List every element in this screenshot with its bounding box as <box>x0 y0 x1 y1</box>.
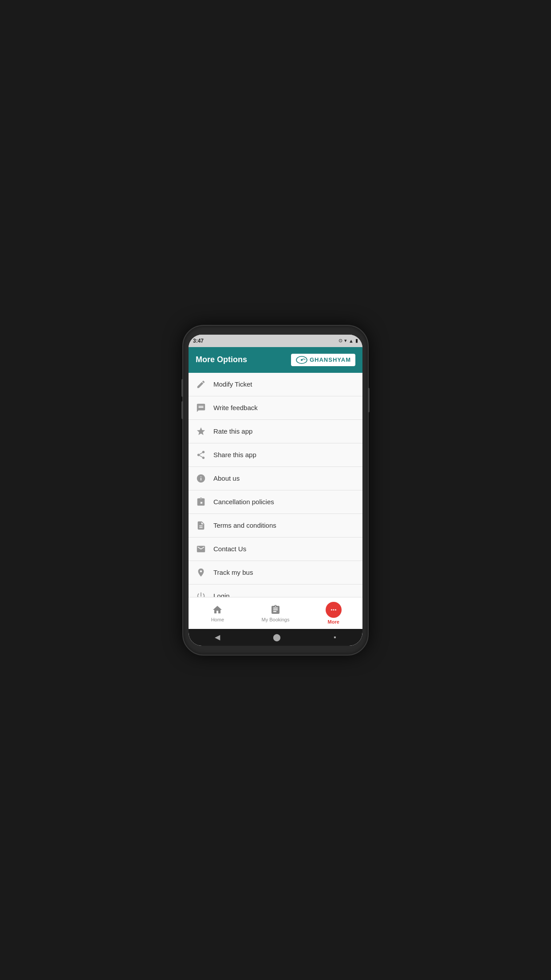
menu-list: Modify Ticket Write feedback Rate <box>189 373 362 597</box>
power-icon <box>196 591 206 597</box>
menu-label-login: Login <box>213 592 230 597</box>
logo-text: GHANSHYAM <box>310 356 351 363</box>
menu-label-rate-app: Rate this app <box>213 427 252 435</box>
page-title: More Options <box>196 355 247 364</box>
svg-point-1 <box>301 359 303 361</box>
recents-button[interactable]: ▪ <box>334 633 336 641</box>
wifi-icon: ▾ <box>344 338 347 344</box>
menu-label-share-app: Share this app <box>213 451 256 458</box>
clipboard-x-icon <box>196 497 206 507</box>
bottom-nav: Home My Bookings More <box>189 597 362 629</box>
volume-down-button[interactable] <box>181 401 183 419</box>
phone-shell: 3:47 ⊙ ▾ ▲ ▮ More Options GHANSHYAM <box>182 325 369 656</box>
chat-icon <box>196 403 206 413</box>
menu-item-share-app[interactable]: Share this app <box>189 443 362 467</box>
header-logo: GHANSHYAM <box>291 354 355 366</box>
share-icon <box>196 450 206 460</box>
menu-item-modify-ticket[interactable]: Modify Ticket <box>189 373 362 396</box>
world-icon: ⊙ <box>338 338 342 344</box>
document-icon <box>196 520 206 531</box>
status-bar: 3:47 ⊙ ▾ ▲ ▮ <box>189 335 362 347</box>
android-nav-bar: ◀ ⬤ ▪ <box>189 629 362 646</box>
info-icon <box>196 473 206 484</box>
logo-g-icon <box>295 356 308 364</box>
power-button[interactable] <box>368 388 370 412</box>
svg-point-4 <box>335 609 336 610</box>
menu-label-track-bus: Track my bus <box>213 569 253 576</box>
menu-item-write-feedback[interactable]: Write feedback <box>189 396 362 420</box>
more-icon <box>326 602 342 618</box>
volume-up-button[interactable] <box>181 379 183 397</box>
menu-item-contact-us[interactable]: Contact Us <box>189 537 362 561</box>
menu-item-rate-app[interactable]: Rate this app <box>189 420 362 443</box>
nav-item-home[interactable]: Home <box>189 604 247 622</box>
app-header: More Options GHANSHYAM <box>189 347 362 373</box>
location-icon <box>196 567 206 578</box>
menu-item-track-bus[interactable]: Track my bus <box>189 561 362 585</box>
battery-icon: ▮ <box>355 338 358 344</box>
star-icon <box>196 426 206 437</box>
nav-label-home: Home <box>211 617 224 622</box>
envelope-icon <box>196 544 206 554</box>
menu-label-write-feedback: Write feedback <box>213 404 258 411</box>
home-button[interactable]: ⬤ <box>273 633 281 641</box>
home-icon <box>212 604 223 616</box>
back-button[interactable]: ◀ <box>215 633 220 641</box>
svg-point-2 <box>333 609 334 610</box>
pencil-icon <box>196 379 206 390</box>
status-time: 3:47 <box>193 338 204 344</box>
nav-label-more: More <box>328 619 339 624</box>
phone-screen: 3:47 ⊙ ▾ ▲ ▮ More Options GHANSHYAM <box>189 335 362 646</box>
svg-point-3 <box>331 609 332 610</box>
menu-label-cancellation-policies: Cancellation policies <box>213 498 274 506</box>
signal-icon: ▲ <box>349 338 354 344</box>
menu-label-about-us: About us <box>213 474 240 482</box>
bookings-icon <box>270 604 281 616</box>
status-icons: ⊙ ▾ ▲ ▮ <box>338 338 358 344</box>
menu-item-cancellation-policies[interactable]: Cancellation policies <box>189 490 362 514</box>
menu-item-login[interactable]: Login <box>189 585 362 597</box>
nav-item-my-bookings[interactable]: My Bookings <box>247 604 305 622</box>
nav-item-more[interactable]: More <box>304 602 362 624</box>
menu-item-about-us[interactable]: About us <box>189 467 362 490</box>
menu-item-terms-conditions[interactable]: Terms and conditions <box>189 514 362 537</box>
menu-label-modify-ticket: Modify Ticket <box>213 380 252 388</box>
menu-label-terms-conditions: Terms and conditions <box>213 522 276 529</box>
nav-label-my-bookings: My Bookings <box>262 617 290 622</box>
menu-label-contact-us: Contact Us <box>213 545 246 553</box>
